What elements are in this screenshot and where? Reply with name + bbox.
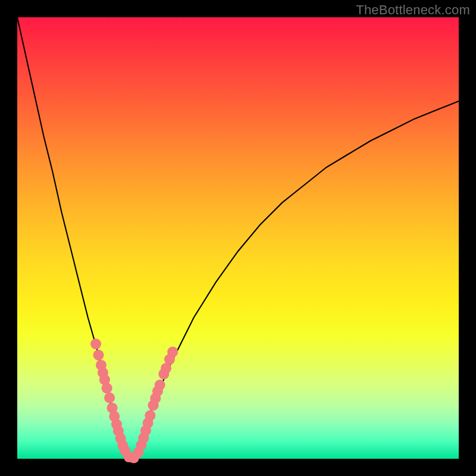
data-marker (90, 339, 101, 349)
data-marker (104, 393, 115, 403)
data-marker (145, 410, 155, 421)
curve-right-branch (132, 101, 459, 459)
chart-svg (17, 17, 459, 459)
curve-left-branch (17, 17, 132, 459)
watermark-text: TheBottleneck.com (356, 2, 470, 18)
curve-group (17, 17, 459, 459)
marker-group (90, 339, 178, 463)
data-marker (102, 383, 112, 393)
data-marker (93, 350, 104, 361)
data-marker (167, 346, 178, 357)
chart-frame: TheBottleneck.com (0, 0, 476, 476)
data-marker (155, 380, 165, 390)
